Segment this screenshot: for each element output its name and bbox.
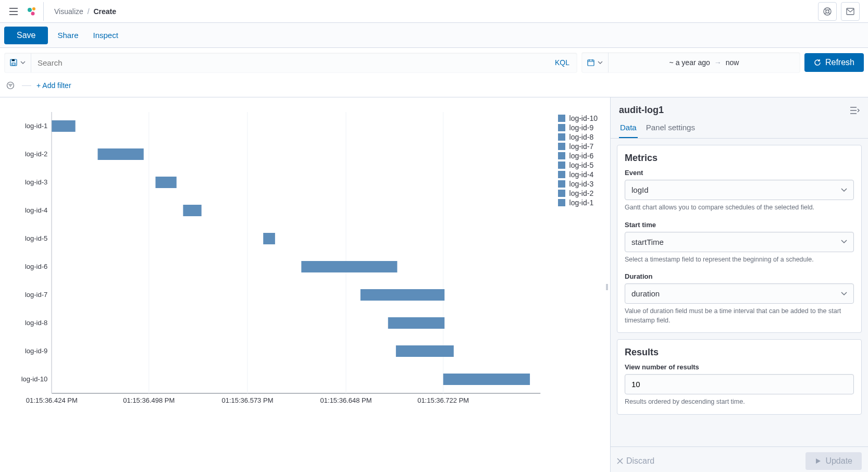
help-button[interactable]: [818, 2, 837, 21]
save-button[interactable]: Save: [4, 27, 48, 44]
event-value: logId: [631, 185, 649, 194]
chart-legend: log-id-10log-id-9log-id-8log-id-7log-id-…: [553, 107, 598, 409]
refresh-label: Refresh: [825, 58, 854, 67]
discard-button[interactable]: Discard: [617, 456, 654, 466]
legend-swatch: [558, 133, 565, 141]
svg-rect-27: [155, 177, 176, 188]
start-value: startTime: [631, 238, 664, 246]
tab-panel-settings[interactable]: Panel settings: [645, 120, 696, 138]
duration-value: duration: [631, 289, 660, 298]
svg-text:log-id-4: log-id-4: [25, 206, 47, 214]
legend-label: log-id-6: [569, 152, 594, 160]
event-select[interactable]: logId: [625, 180, 854, 200]
play-icon: [815, 458, 821, 464]
svg-point-0: [28, 8, 32, 12]
saved-query-button[interactable]: [5, 53, 31, 72]
kql-toggle[interactable]: KQL: [548, 53, 577, 72]
svg-rect-33: [301, 261, 397, 272]
legend-label: log-id-8: [569, 133, 594, 141]
close-icon: [617, 458, 623, 464]
date-from: ~ a year ago: [669, 58, 710, 67]
add-filter-button[interactable]: + Add filter: [36, 81, 71, 90]
results-count-input[interactable]: [625, 374, 854, 394]
mail-button[interactable]: [841, 2, 860, 21]
start-select[interactable]: startTime: [625, 232, 854, 252]
svg-text:log-id-2: log-id-2: [25, 150, 47, 158]
duration-select[interactable]: duration: [625, 283, 854, 304]
filter-row: + Add filter: [0, 77, 868, 97]
chevron-down-icon: [841, 292, 847, 296]
svg-rect-23: [52, 120, 75, 132]
chart-area: 01:15:36.424 PM01:15:36.498 PM01:15:36.5…: [0, 97, 610, 472]
panel-footer: Discard Update: [611, 446, 868, 472]
breadcrumb-parent[interactable]: Visualize: [54, 7, 83, 16]
results-view-label: View number of results: [625, 363, 854, 371]
inspect-button[interactable]: Inspect: [88, 28, 123, 43]
svg-text:01:15:36.722 PM: 01:15:36.722 PM: [417, 396, 469, 404]
legend-item[interactable]: log-id-1: [558, 198, 598, 207]
date-picker: ~ a year ago → now: [581, 52, 800, 73]
date-range[interactable]: ~ a year ago → now: [609, 58, 800, 67]
svg-text:01:15:36.424 PM: 01:15:36.424 PM: [26, 396, 78, 404]
search-input[interactable]: [31, 53, 548, 72]
collapse-panel-button[interactable]: [850, 107, 860, 114]
svg-text:log-id-6: log-id-6: [25, 263, 47, 270]
metrics-card: Metrics Event logId Gantt chart allows y…: [617, 145, 862, 333]
breadcrumb-current: Create: [93, 7, 116, 16]
refresh-icon: [814, 59, 821, 66]
legend-item[interactable]: log-id-9: [558, 123, 598, 132]
legend-label: log-id-7: [569, 142, 594, 151]
tab-data[interactable]: Data: [619, 120, 638, 138]
legend-swatch: [558, 152, 565, 159]
legend-item[interactable]: log-id-2: [558, 189, 598, 197]
share-button[interactable]: Share: [52, 28, 83, 43]
legend-swatch: [558, 162, 565, 169]
legend-swatch: [558, 143, 565, 150]
legend-item[interactable]: log-id-3: [558, 180, 598, 188]
results-heading: Results: [625, 347, 854, 358]
legend-label: log-id-5: [569, 161, 594, 169]
svg-rect-35: [361, 289, 444, 301]
hamburger-icon: [9, 8, 18, 15]
filter-options-button[interactable]: [4, 79, 17, 92]
app-logo[interactable]: [25, 2, 44, 21]
date-to: now: [726, 58, 739, 67]
svg-text:log-id-3: log-id-3: [25, 178, 47, 186]
legend-item[interactable]: log-id-4: [558, 170, 598, 179]
chevron-down-icon: [20, 61, 26, 64]
svg-text:log-id-7: log-id-7: [25, 291, 47, 299]
calendar-button[interactable]: [582, 53, 609, 72]
legend-item[interactable]: log-id-10: [558, 114, 598, 122]
chevron-down-icon: [841, 240, 847, 244]
legend-label: log-id-3: [569, 180, 594, 188]
breadcrumb: Visualize / Create: [54, 7, 116, 16]
legend-swatch: [558, 171, 565, 178]
refresh-button[interactable]: Refresh: [804, 53, 864, 72]
legend-item[interactable]: log-id-6: [558, 152, 598, 160]
svg-rect-7: [12, 63, 15, 65]
legend-item[interactable]: log-id-7: [558, 142, 598, 151]
svg-text:log-id-1: log-id-1: [25, 122, 47, 130]
svg-rect-31: [263, 233, 275, 244]
logo-icon: [27, 6, 38, 17]
disk-icon: [10, 59, 17, 66]
breadcrumb-sep: /: [88, 7, 90, 16]
resize-handle[interactable]: ‖: [605, 283, 609, 290]
event-help: Gantt chart allows you to compare schedu…: [625, 203, 854, 213]
menu-right-icon: [850, 107, 860, 114]
gantt-chart[interactable]: 01:15:36.424 PM01:15:36.498 PM01:15:36.5…: [13, 107, 553, 409]
svg-text:log-id-8: log-id-8: [25, 319, 47, 327]
side-panel: ‖ audit-log1 Data Panel settings Metrics…: [610, 97, 868, 472]
update-button[interactable]: Update: [805, 452, 862, 470]
svg-text:log-id-10: log-id-10: [21, 375, 48, 383]
menu-toggle[interactable]: [4, 2, 23, 21]
discard-label: Discard: [626, 456, 654, 466]
lifebuoy-icon: [823, 7, 832, 16]
svg-text:log-id-5: log-id-5: [25, 234, 47, 242]
update-label: Update: [825, 456, 852, 466]
legend-item[interactable]: log-id-5: [558, 161, 598, 169]
legend-item[interactable]: log-id-8: [558, 133, 598, 141]
main: 01:15:36.424 PM01:15:36.498 PM01:15:36.5…: [0, 97, 868, 472]
start-help: Select a timestamp field to represent th…: [625, 255, 854, 265]
legend-label: log-id-10: [569, 114, 598, 122]
